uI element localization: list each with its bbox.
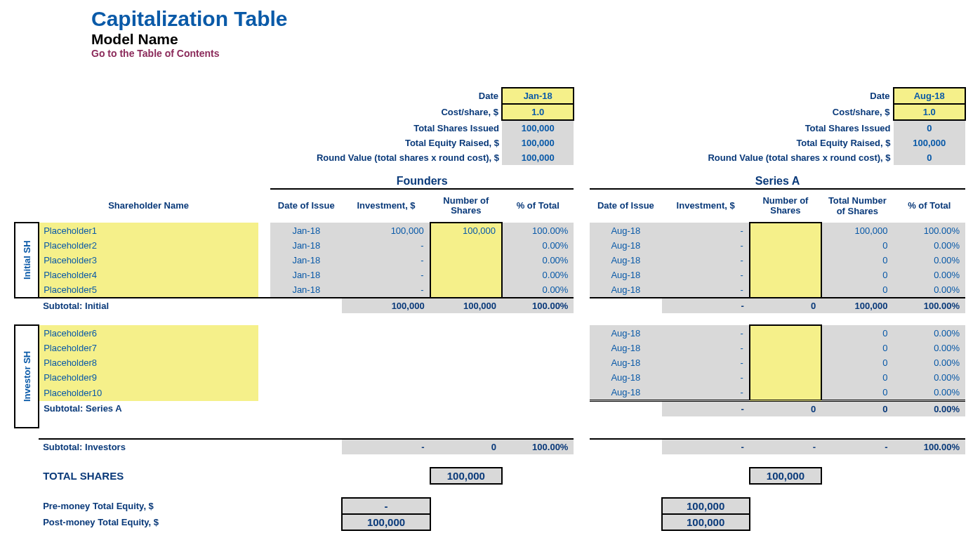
table-row: Placeholder2 Jan-18 - 0.00% Aug-18 - 0 0…	[15, 238, 965, 253]
table-row: Placeholder7 Aug-18 - 0 0.00%	[15, 341, 965, 355]
table-row: Placeholder3 Jan-18 - 0.00% Aug-18 - 0 0…	[15, 253, 965, 268]
seriesa-ter: 100,000	[894, 136, 966, 150]
founders-ter: 100,000	[502, 136, 574, 150]
label-cost-f: Cost/share, $	[270, 104, 502, 120]
total-shares-row: TOTAL SHARES 100,000 100,000	[15, 468, 965, 484]
shareholder-name[interactable]: Placeholder5	[39, 282, 258, 298]
subtotal-seriesa-row: Subtotal: Series A - 0 0 0.00%	[15, 401, 965, 417]
label-rv-f: Round Value (total shares x round cost),…	[270, 150, 502, 165]
col-pct-a: % of Total	[894, 189, 966, 223]
col-nos-a: Number of Shares	[750, 189, 821, 223]
seriesa-rv: 0	[894, 150, 966, 165]
label-tsi-a: Total Shares Issued	[590, 120, 893, 136]
shareholder-name[interactable]: Placeholder1	[39, 223, 258, 238]
founders-pre-money: -	[342, 498, 430, 514]
shareholder-name[interactable]: Placeholder6	[39, 325, 258, 341]
col-doi-f: Date of Issue	[270, 189, 342, 223]
model-name: Model Name	[14, 31, 966, 48]
col-inv-f: Investment, $	[342, 189, 430, 223]
table-row: Placeholder4 Jan-18 - 0.00% Aug-18 - 0 0…	[15, 268, 965, 282]
shareholder-name[interactable]: Placeholder2	[39, 238, 258, 253]
seriesa-total-shares: 100,000	[750, 468, 821, 484]
col-shareholder: Shareholder Name	[39, 189, 258, 223]
seriesa-tsi: 0	[894, 120, 966, 136]
table-row: Initial SH Placeholder1 Jan-18 100,000 1…	[15, 223, 965, 238]
col-tnos-a: Total Number of Shares	[821, 189, 893, 223]
table-row: Placeholder9 Aug-18 - 0 0.00%	[15, 370, 965, 385]
subtotal-initial-row: Subtotal: Initial 100,000 100,000 100.00…	[15, 298, 965, 313]
seriesa-cost[interactable]: 1.0	[894, 104, 966, 120]
founders-tsi: 100,000	[502, 120, 574, 136]
founders-date[interactable]: Jan-18	[502, 88, 574, 104]
table-row: Placeholder8 Aug-18 - 0 0.00%	[15, 355, 965, 370]
label-tsi-f: Total Shares Issued	[270, 120, 502, 136]
founders-rv: 100,000	[502, 150, 574, 165]
label-date-a: Date	[590, 88, 893, 104]
seriesa-date[interactable]: Aug-18	[894, 88, 966, 104]
initial-sh-label: Initial SH	[15, 223, 39, 298]
col-inv-a: Investment, $	[662, 189, 750, 223]
seriesa-section: Series A	[590, 173, 965, 189]
pre-money-row: Pre-money Total Equity, $ - 100,000	[15, 498, 965, 514]
label-cost-a: Cost/share, $	[590, 104, 893, 120]
subtotal-investors-row: Subtotal: Investors - 0 100.00% - - - 10…	[15, 439, 965, 454]
col-nos-f: Number of Shares	[430, 189, 502, 223]
post-money-row: Post-money Total Equity, $ 100,000 100,0…	[15, 514, 965, 530]
table-row: Placeholder5 Jan-18 - 0.00% Aug-18 - 0 0…	[15, 282, 965, 298]
label-date-f: Date	[270, 88, 502, 104]
seriesa-pre-money: 100,000	[662, 498, 750, 514]
shareholder-name[interactable]: Placeholder10	[39, 385, 258, 401]
label-ter-f: Total Equity Raised, $	[270, 136, 502, 150]
seriesa-post-money: 100,000	[662, 514, 750, 530]
page-title: Capitalization Table	[14, 7, 966, 31]
table-row: Placeholder10 Aug-18 - 0 0.00%	[15, 385, 965, 401]
shareholder-name[interactable]: Placeholder9	[39, 370, 258, 385]
founders-post-money: 100,000	[342, 514, 430, 530]
investor-sh-label: Investor SH	[15, 325, 39, 428]
founders-total-shares: 100,000	[430, 468, 502, 484]
toc-link[interactable]: Go to the Table of Contents	[14, 48, 966, 59]
shareholder-name[interactable]: Placeholder4	[39, 268, 258, 282]
label-ter-a: Total Equity Raised, $	[590, 136, 893, 150]
shareholder-name[interactable]: Placeholder3	[39, 253, 258, 268]
founders-cost[interactable]: 1.0	[502, 104, 574, 120]
founders-section: Founders	[270, 173, 574, 189]
cap-table: Date Jan-18 Date Aug-18 Cost/share, $ 1.…	[14, 87, 966, 531]
col-doi-a: Date of Issue	[590, 189, 661, 223]
label-rv-a: Round Value (total shares x round cost),…	[590, 150, 893, 165]
col-pct-f: % of Total	[502, 189, 574, 223]
shareholder-name[interactable]: Placeholder8	[39, 355, 258, 370]
table-row: Investor SH Placeholder6 Aug-18 - 0 0.00…	[15, 325, 965, 341]
shareholder-name[interactable]: Placeholder7	[39, 341, 258, 355]
